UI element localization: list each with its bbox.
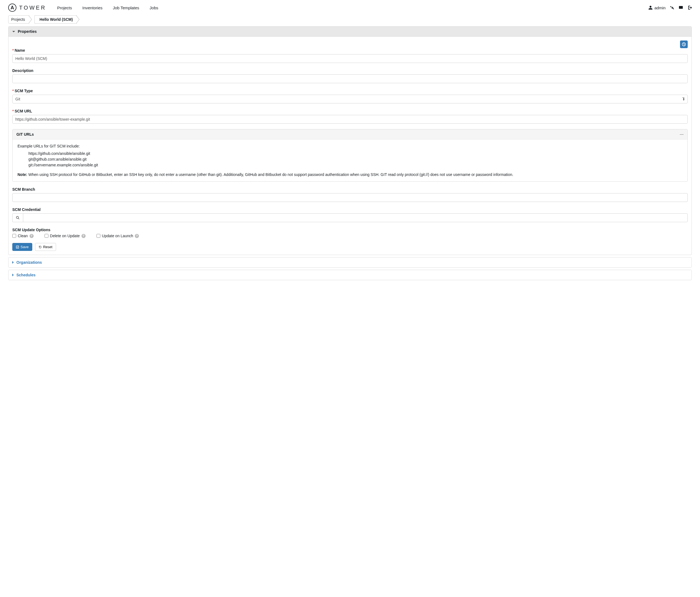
scm-credential-input[interactable] <box>23 213 688 222</box>
user-icon <box>648 5 653 10</box>
nav-projects[interactable]: Projects <box>57 5 72 10</box>
logo[interactable]: A TOWER <box>8 4 46 12</box>
launch-checkbox[interactable] <box>97 234 100 238</box>
git-urls-body: Example URLs for GIT SCM include: https:… <box>12 140 688 182</box>
save-button[interactable]: Save <box>12 243 32 251</box>
name-input[interactable] <box>12 54 688 63</box>
nav-job-templates[interactable]: Job Templates <box>113 5 139 10</box>
caret-right-icon <box>12 273 14 276</box>
clean-checkbox[interactable] <box>12 234 16 238</box>
scm-url-input[interactable] <box>12 115 688 124</box>
collapse-icon[interactable]: — <box>680 132 683 137</box>
breadcrumb: Projects Hello World (SCM) <box>0 15 700 24</box>
nav-right: admin <box>648 5 692 10</box>
setup-icon[interactable] <box>670 5 674 10</box>
svg-point-2 <box>17 216 19 219</box>
delete-checkbox[interactable] <box>45 234 48 238</box>
schedules-title: Schedules <box>17 273 35 277</box>
properties-title: Properties <box>18 29 36 34</box>
form-buttons: Save Reset <box>12 243 688 251</box>
nav-inventories[interactable]: Inventories <box>82 5 102 10</box>
scm-credential-label: SCM Credential <box>12 207 688 212</box>
scm-update-options-label: SCM Update Options <box>12 228 688 232</box>
git-urls-title: GIT URLs <box>17 132 34 137</box>
help-icon[interactable]: ? <box>29 234 34 238</box>
description-input[interactable] <box>12 74 688 83</box>
description-label: Description <box>12 68 688 73</box>
organizations-panel: Organizations <box>8 257 692 268</box>
schedules-panel: Schedules <box>8 270 692 280</box>
chevron-right-icon <box>29 15 34 24</box>
nav-items: Projects Inventories Job Templates Jobs <box>57 5 158 10</box>
caret-down-icon <box>12 31 15 32</box>
main: Properties Name Description SCM Type Git… <box>0 24 700 288</box>
caret-right-icon <box>12 261 14 264</box>
breadcrumb-root[interactable]: Projects <box>8 15 29 24</box>
properties-panel: Properties Name Description SCM Type Git… <box>8 26 692 255</box>
breadcrumb-current: Hello World (SCM) <box>34 15 77 24</box>
launch-label: Update on Launch <box>102 234 133 238</box>
scm-type-select[interactable]: Git <box>12 95 688 103</box>
select-arrows-icon: ▲▼ <box>682 97 685 101</box>
scm-type-label: SCM Type <box>12 89 688 93</box>
user-menu[interactable]: admin <box>648 5 666 10</box>
scm-url-label: SCM URL <box>12 109 688 113</box>
navbar: A TOWER Projects Inventories Job Templat… <box>0 0 700 15</box>
name-label: Name <box>12 48 688 52</box>
clean-label: Clean <box>18 234 28 238</box>
delete-label: Delete on Update <box>50 234 80 238</box>
git-urls-header[interactable]: GIT URLs — <box>12 129 688 140</box>
schedules-header[interactable]: Schedules <box>8 270 692 280</box>
help-icon[interactable]: ? <box>135 234 139 238</box>
credential-lookup-button[interactable] <box>12 213 23 222</box>
scm-branch-label: SCM Branch <box>12 187 688 192</box>
logo-text: TOWER <box>19 5 46 11</box>
properties-body: Name Description SCM Type Git ▲▼ SCM URL <box>8 37 692 255</box>
portal-icon[interactable] <box>679 5 683 10</box>
git-urls-info: GIT URLs — Example URLs for GIT SCM incl… <box>12 129 688 182</box>
reset-button[interactable]: Reset <box>35 243 56 251</box>
properties-header[interactable]: Properties <box>8 27 692 37</box>
git-urls-note: Note: When using SSH protocol for GitHub… <box>18 172 682 177</box>
logo-icon: A <box>8 4 17 12</box>
scm-options-row: Clean ? Delete on Update ? Update on Lau… <box>12 234 688 238</box>
scm-branch-input[interactable] <box>12 193 688 202</box>
svg-rect-0 <box>679 6 683 9</box>
git-urls-intro: Example URLs for GIT SCM include: <box>18 143 682 149</box>
logout-icon[interactable] <box>688 5 692 10</box>
nav-jobs[interactable]: Jobs <box>150 5 158 10</box>
organizations-title: Organizations <box>17 260 42 265</box>
git-urls-examples: https://github.com/ansible/ansible.git g… <box>18 149 682 171</box>
help-icon[interactable]: ? <box>81 234 85 238</box>
chevron-right-icon <box>77 15 82 24</box>
activity-stream-button[interactable] <box>680 41 688 48</box>
user-label: admin <box>654 5 666 10</box>
organizations-header[interactable]: Organizations <box>8 258 692 267</box>
